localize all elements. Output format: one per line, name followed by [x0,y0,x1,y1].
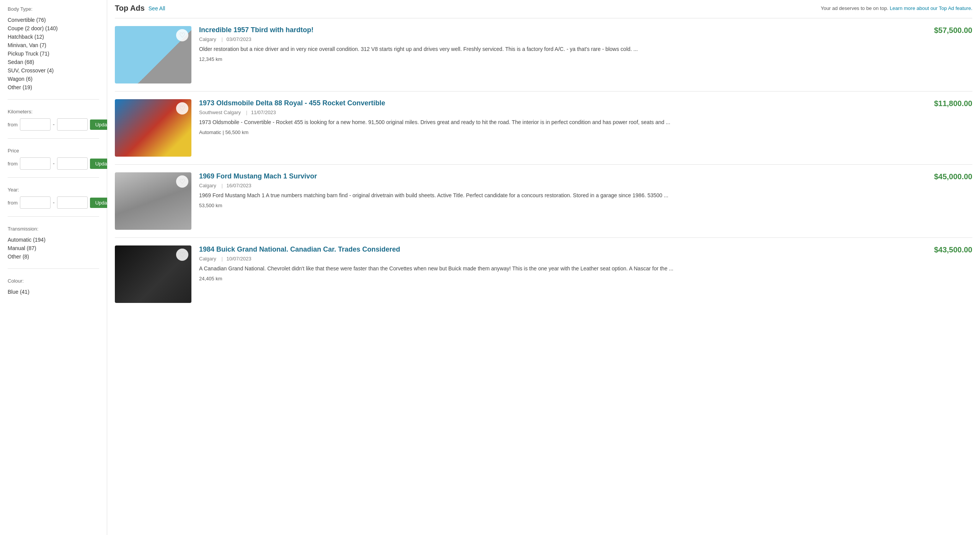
listing-location: Calgary [199,183,216,188]
listing-title-row: 1969 Ford Mustang Mach 1 Survivor $45,00… [199,172,972,181]
listing-card: ♡ 1969 Ford Mustang Mach 1 Survivor $45,… [115,165,972,238]
listing-location: Calgary [199,36,216,42]
price-to-input[interactable] [57,157,88,170]
listing-km: Automatic | 56,500 km [199,129,972,135]
listing-price: $43,500.00 [934,245,972,254]
transmission-filter-item[interactable]: Other (8) [8,252,99,261]
top-ads-header: Top Ads See All Your ad deserves to be o… [115,0,972,18]
kilometers-section: Kilometers: from - Update [8,109,99,139]
year-from-label: from [8,200,18,206]
transmission-section: Transmission: Automatic (194)Manual (87)… [8,226,99,269]
favorite-button[interactable]: ♡ [176,102,188,115]
price-section: Price from - Update [8,148,99,178]
listing-meta: Calgary | 03/07/2023 [199,36,972,42]
sidebar: Body Type: Convertible (76)Coupe (2 door… [0,0,107,535]
listing-title[interactable]: 1984 Buick Grand National. Canadian Car.… [199,245,400,254]
listing-description: A Canadian Grand National. Chevrolet did… [199,265,972,273]
meta-separator: | [246,110,247,115]
km-from-input[interactable] [20,118,51,131]
promo-text: Your ad deserves to be on top. [821,5,889,11]
body-type-title: Body Type: [8,6,99,12]
listing-description: Older restoration but a nice driver and … [199,45,972,53]
transmission-filter-item[interactable]: Manual (87) [8,244,99,252]
body-type-filter-item[interactable]: Minivan, Van (7) [8,41,99,49]
listing-date: 10/07/2023 [226,256,251,262]
listing-details: 1969 Ford Mustang Mach 1 Survivor $45,00… [199,172,972,208]
listing-details: 1984 Buick Grand National. Canadian Car.… [199,245,972,281]
price-range-row: from - Update [8,157,99,170]
colour-title: Colour: [8,278,99,284]
price-title: Price [8,148,99,154]
listing-location: Southwest Calgary [199,110,241,115]
favorite-button[interactable]: ♡ [176,29,188,41]
listing-title[interactable]: 1973 Oldsmobile Delta 88 Royal - 455 Roc… [199,99,385,107]
meta-separator: | [221,256,222,262]
body-type-filter-item[interactable]: Convertible (76) [8,16,99,24]
year-section: Year: from - Update [8,187,99,217]
body-type-filter-item[interactable]: SUV, Crossover (4) [8,66,99,75]
listing-details: 1973 Oldsmobile Delta 88 Royal - 455 Roc… [199,99,972,135]
listing-image-wrap: ♡ [115,99,191,157]
see-all-link[interactable]: See All [149,5,165,11]
listing-km: 24,405 km [199,276,972,281]
top-ads-left: Top Ads See All [115,4,165,13]
listing-meta: Calgary | 10/07/2023 [199,256,972,262]
listing-meta: Southwest Calgary | 11/07/2023 [199,110,972,115]
km-from-label: from [8,122,18,128]
listing-date: 11/07/2023 [251,110,276,115]
listing-description: 1973 Oldsmobile - Convertible - Rocket 4… [199,118,972,126]
listings-container: ♡ Incredible 1957 Tbird with hardtop! $5… [115,18,972,311]
transmission-list: Automatic (194)Manual (87)Other (8) [8,236,99,261]
listing-card: ♡ Incredible 1957 Tbird with hardtop! $5… [115,18,972,92]
listing-km: 12,345 km [199,56,972,62]
listing-meta: Calgary | 16/07/2023 [199,183,972,188]
listing-details: Incredible 1957 Tbird with hardtop! $57,… [199,26,972,62]
body-type-filter-item[interactable]: Sedan (68) [8,58,99,66]
listing-title-row: 1984 Buick Grand National. Canadian Car.… [199,245,972,254]
body-type-filter-item[interactable]: Coupe (2 door) (140) [8,24,99,33]
listing-image-wrap: ♡ [115,245,191,303]
listing-title-row: Incredible 1957 Tbird with hardtop! $57,… [199,26,972,35]
price-from-input[interactable] [20,157,51,170]
listing-title[interactable]: Incredible 1957 Tbird with hardtop! [199,26,314,34]
favorite-button[interactable]: ♡ [176,175,188,188]
meta-separator: | [221,36,222,42]
favorite-button[interactable]: ♡ [176,249,188,261]
km-to-input[interactable] [57,118,88,131]
price-from-label: from [8,161,18,167]
listing-image-wrap: ♡ [115,172,191,230]
year-to-input[interactable] [57,196,88,209]
price-dash: - [53,160,55,167]
main-content: Top Ads See All Your ad deserves to be o… [107,0,980,535]
listing-price: $45,000.00 [934,172,972,181]
listing-title[interactable]: 1969 Ford Mustang Mach 1 Survivor [199,172,317,180]
body-type-filter-item[interactable]: Pickup Truck (71) [8,49,99,58]
body-type-filter-item[interactable]: Hatchback (12) [8,33,99,41]
listing-date: 16/07/2023 [226,183,251,188]
body-type-filter-item[interactable]: Wagon (6) [8,75,99,83]
km-title: Kilometers: [8,109,99,115]
colour-section: Colour: Blue (41) [8,278,99,304]
km-range-row: from - Update [8,118,99,131]
body-type-section: Body Type: Convertible (76)Coupe (2 door… [8,6,99,100]
colour-filter-item[interactable]: Blue (41) [8,288,99,296]
year-from-input[interactable] [20,196,51,209]
listing-date: 03/07/2023 [226,36,251,42]
listing-title-row: 1973 Oldsmobile Delta 88 Royal - 455 Roc… [199,99,972,108]
colour-list: Blue (41) [8,288,99,296]
body-type-filter-item[interactable]: Other (19) [8,83,99,92]
year-range-row: from - Update [8,196,99,209]
listing-price: $57,500.00 [934,26,972,35]
transmission-filter-item[interactable]: Automatic (194) [8,236,99,244]
listing-price: $11,800.00 [934,99,972,108]
learn-more-link[interactable]: Learn more about our Top Ad feature. [890,5,972,11]
body-type-list: Convertible (76)Coupe (2 door) (140)Hatc… [8,16,99,92]
listing-description: 1969 Ford Mustang Mach 1 A true numbers … [199,191,972,200]
listing-image-wrap: ♡ [115,26,191,83]
year-title: Year: [8,187,99,193]
listing-card: ♡ 1984 Buick Grand National. Canadian Ca… [115,238,972,311]
top-ads-right: Your ad deserves to be on top. Learn mor… [821,5,972,11]
km-dash: - [53,121,55,128]
meta-separator: | [221,183,222,188]
listing-location: Calgary [199,256,216,262]
